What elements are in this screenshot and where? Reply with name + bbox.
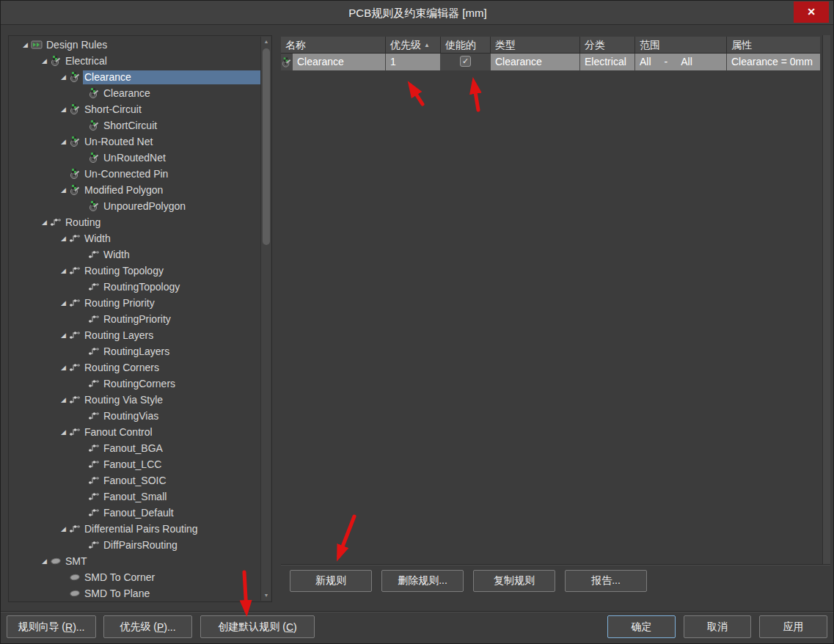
scroll-down-icon[interactable]: ▼	[261, 590, 271, 601]
tree-item-routingvias[interactable]: RoutingVias	[10, 408, 260, 424]
cell-category[interactable]: Electrical	[580, 54, 635, 70]
expander-open-icon[interactable]: ◢	[58, 133, 69, 150]
delete-rule-button[interactable]: 删除规则...	[381, 570, 464, 592]
tree-item-smd-to-corner[interactable]: SMD To Corner	[10, 569, 260, 585]
tree-item-label: Routing Priority	[83, 296, 260, 310]
tree-item-routingcorners[interactable]: RoutingCorners	[10, 376, 260, 392]
ok-button[interactable]: 确定	[607, 615, 676, 638]
cell-attributes[interactable]: Clearance = 0mm	[727, 54, 820, 70]
tree-scrollbar[interactable]: ▲ ▼	[260, 37, 271, 601]
create-default-rules-button[interactable]: 创建默认规则 (C)	[200, 615, 315, 638]
tree-item-shortcircuit[interactable]: ShortCircuit	[10, 117, 260, 133]
tree-item-fanout-soic[interactable]: Fanout_SOIC	[10, 472, 260, 489]
column-header-category[interactable]: 分类	[580, 37, 635, 53]
tree-item-unpouredpolygon[interactable]: UnpouredPolygon	[10, 198, 260, 214]
tree-item-fanout-default[interactable]: Fanout_Default	[10, 505, 260, 521]
tree-item-width[interactable]: ◢Width	[10, 230, 260, 246]
tree-item-clearance[interactable]: ◢Clearance	[10, 69, 260, 85]
tree-item-electrical[interactable]: ◢Electrical	[10, 53, 260, 69]
column-header-attributes[interactable]: 属性	[727, 37, 820, 53]
rule-gauge-icon	[50, 55, 64, 67]
tree-item-differential-pairs-routing[interactable]: ◢Differential Pairs Routing	[10, 521, 260, 537]
routing-rule-icon	[69, 426, 83, 438]
tree-item-routing-topology[interactable]: ◢Routing Topology	[10, 263, 260, 279]
duplicate-rule-button[interactable]: 复制规则	[473, 570, 555, 592]
tree-item-routinglayers[interactable]: RoutingLayers	[10, 343, 260, 359]
tree-item-fanout-small[interactable]: Fanout_Small	[10, 489, 260, 505]
tree-item-fanout-control[interactable]: ◢Fanout Control	[10, 424, 260, 440]
expander-open-icon[interactable]: ◢	[58, 392, 69, 408]
tree-item-un-routed-net[interactable]: ◢Un-Routed Net	[10, 133, 260, 150]
table-scrollbar[interactable]	[822, 35, 830, 565]
new-rule-button[interactable]: 新规则	[290, 570, 372, 592]
tree-item-routing-via-style[interactable]: ◢Routing Via Style	[10, 392, 260, 408]
tree-item-smt[interactable]: ◢SMT	[10, 553, 260, 569]
tree-item-width[interactable]: Width	[10, 246, 260, 263]
smt-rule-icon	[50, 555, 64, 567]
expander-open-icon[interactable]: ◢	[58, 101, 69, 117]
report-button[interactable]: 报告...	[565, 570, 647, 592]
cell-type[interactable]: Clearance	[491, 54, 580, 70]
tree-item-unroutednet[interactable]: UnRoutedNet	[10, 150, 260, 166]
column-header-scope[interactable]: 范围	[635, 37, 727, 53]
tree-item-routing-priority[interactable]: ◢Routing Priority	[10, 295, 260, 311]
tree-scrollbar-thumb[interactable]	[263, 48, 270, 245]
tree-item-label: Routing	[64, 216, 260, 230]
tree-item-routing-layers[interactable]: ◢Routing Layers	[10, 327, 260, 343]
expander-open-icon[interactable]: ◢	[58, 327, 69, 343]
routing-rule-icon	[88, 249, 102, 260]
title-bar: PCB规则及约束编辑器 [mm] ✕	[1, 1, 834, 25]
expander-open-icon[interactable]: ◢	[58, 359, 69, 376]
expander-open-icon[interactable]: ◢	[58, 69, 69, 85]
scroll-up-icon[interactable]: ▲	[261, 37, 271, 47]
column-header-type[interactable]: 类型	[491, 37, 580, 53]
tree-item-label: SMD To Corner	[83, 571, 260, 585]
smt-rule-icon	[69, 588, 83, 599]
expander-open-icon[interactable]: ◢	[58, 230, 69, 246]
tree-item-design-rules[interactable]: ◢Design Rules	[10, 37, 260, 53]
rule-gauge-icon	[88, 120, 102, 131]
cell-enabled: ✓	[441, 54, 491, 70]
tree-item-smd-to-plane[interactable]: SMD To Plane	[10, 585, 260, 601]
tree-item-fanout-lcc[interactable]: Fanout_LCC	[10, 456, 260, 472]
column-header-name[interactable]: 名称	[281, 37, 386, 53]
tree-item-label: Design Rules	[45, 38, 260, 52]
tree-item-routing-corners[interactable]: ◢Routing Corners	[10, 359, 260, 376]
routing-rule-icon	[50, 216, 64, 228]
tree-item-clearance[interactable]: Clearance	[10, 85, 260, 101]
rule-wizard-button[interactable]: 规则向导 (R)...	[7, 615, 96, 638]
tree-item-routingpriority[interactable]: RoutingPriority	[10, 311, 260, 327]
expander-open-icon[interactable]: ◢	[58, 424, 69, 440]
enabled-checkbox[interactable]: ✓	[460, 56, 471, 67]
expander-open-icon[interactable]: ◢	[58, 521, 69, 537]
column-header-enabled[interactable]: 使能的	[441, 37, 491, 53]
cell-scope[interactable]: All - All	[635, 54, 727, 70]
tree-item-label: Fanout_BGA	[102, 442, 260, 455]
table-row[interactable]: Clearance 1 ✓ Clearance Electrical All -…	[281, 54, 820, 70]
expander-open-icon[interactable]: ◢	[39, 553, 50, 569]
expander-open-icon[interactable]: ◢	[20, 37, 31, 53]
tree-item-un-connected-pin[interactable]: Un-Connected Pin	[10, 166, 260, 182]
check-icon: ✓	[462, 56, 469, 65]
annotation-arrow-priority	[411, 86, 423, 104]
expander-open-icon[interactable]: ◢	[58, 295, 69, 311]
tree-item-modified-polygon[interactable]: ◢Modified Polygon	[10, 182, 260, 198]
apply-button[interactable]: 应用	[759, 615, 827, 638]
tree-item-diffpairsrouting[interactable]: DiffPairsRouting	[10, 537, 260, 553]
close-button[interactable]: ✕	[794, 1, 829, 23]
expander-open-icon[interactable]: ◢	[39, 53, 50, 69]
tree-item-routingtopology[interactable]: RoutingTopology	[10, 279, 260, 295]
tree-item-label: Routing Via Style	[83, 393, 260, 407]
cell-priority[interactable]: 1	[386, 54, 441, 70]
annotation-arrow-new-rule	[339, 516, 354, 556]
tree-item-fanout-bga[interactable]: Fanout_BGA	[10, 440, 260, 456]
column-header-priority[interactable]: 优先级 ▲	[386, 37, 441, 53]
expander-open-icon[interactable]: ◢	[58, 182, 69, 198]
cell-name[interactable]: Clearance	[293, 54, 386, 70]
priorities-button[interactable]: 优先级 (P)...	[103, 615, 192, 638]
cancel-button[interactable]: 取消	[684, 615, 751, 638]
expander-open-icon[interactable]: ◢	[39, 214, 50, 230]
expander-open-icon[interactable]: ◢	[58, 263, 69, 279]
tree-item-routing[interactable]: ◢Routing	[10, 214, 260, 230]
tree-item-short-circuit[interactable]: ◢Short-Circuit	[10, 101, 260, 117]
